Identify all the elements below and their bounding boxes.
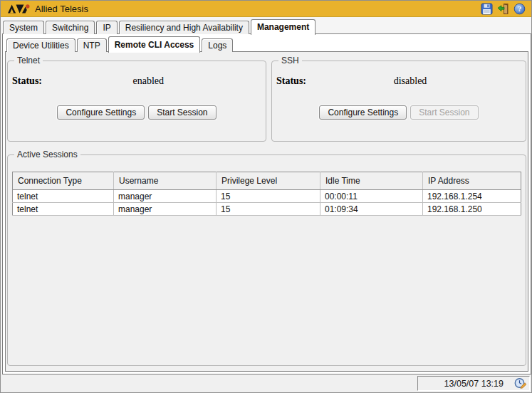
- tab-system[interactable]: System: [3, 21, 44, 34]
- cell-ip-address: 192.168.1.250: [423, 203, 521, 216]
- app-title: Allied Telesis: [35, 4, 88, 14]
- table-row[interactable]: telnet manager 15 00:00:11 192.168.1.254: [13, 190, 521, 203]
- title-bar: Allied Telesis: [1, 1, 531, 17]
- column-header-username[interactable]: Username: [114, 172, 217, 190]
- ssh-status-value: disabled: [394, 75, 427, 87]
- tab-resiliency[interactable]: Resiliency and High Availability: [119, 21, 249, 34]
- ssh-group: SSH Status: disabled Configure Settings …: [271, 56, 526, 142]
- telnet-configure-settings-button[interactable]: Configure Settings: [57, 105, 145, 120]
- column-header-connection-type[interactable]: Connection Type: [13, 172, 114, 190]
- datetime-text: 13/05/07 13:19: [444, 379, 504, 389]
- save-icon[interactable]: [481, 3, 493, 15]
- telnet-status-row: Status: enabled: [8, 74, 266, 95]
- table-row[interactable]: telnet manager 15 01:09:34 192.168.1.250: [13, 203, 521, 216]
- ssh-status-label: Status:: [276, 75, 306, 87]
- ssh-group-label: SSH: [278, 56, 302, 66]
- datetime-box: 13/05/07 13:19: [417, 376, 530, 391]
- clock-edit-icon[interactable]: [514, 377, 526, 389]
- column-header-idle-time[interactable]: Idle Time: [320, 172, 423, 190]
- status-bar: 13/05/07 13:19: [1, 374, 531, 392]
- active-sessions-group: Active Sessions Connection Type Username…: [7, 150, 526, 366]
- ssh-configure-settings-button[interactable]: Configure Settings: [319, 105, 407, 120]
- cell-idle-time: 00:00:11: [320, 190, 423, 203]
- telnet-status-value: enabled: [133, 75, 165, 87]
- telnet-group-label: Telnet: [14, 56, 43, 66]
- help-icon[interactable]: ?: [513, 3, 526, 15]
- cell-username: manager: [114, 190, 217, 203]
- titlebar-actions: ?: [481, 3, 526, 15]
- active-sessions-group-label: Active Sessions: [14, 150, 80, 159]
- telnet-buttons: Configure Settings Start Session: [8, 105, 266, 120]
- tab-ntp[interactable]: NTP: [77, 38, 107, 52]
- cell-privilege-level: 15: [217, 190, 320, 203]
- logout-door-icon[interactable]: [497, 3, 509, 15]
- column-header-ip-address[interactable]: IP Address: [423, 172, 521, 190]
- secondary-tab-bar: Device Utilities NTP Remote CLI Access L…: [6, 37, 233, 52]
- tab-device-utilities[interactable]: Device Utilities: [6, 38, 75, 52]
- cell-privilege-level: 15: [217, 203, 320, 216]
- cell-username: manager: [114, 203, 217, 216]
- remote-cli-access-panel: Telnet Status: enabled Configure Setting…: [5, 51, 528, 372]
- application-window: Allied Telesis: [0, 0, 532, 393]
- tab-logs[interactable]: Logs: [202, 38, 233, 52]
- tab-management[interactable]: Management: [251, 19, 315, 35]
- ssh-start-session-button[interactable]: Start Session: [410, 105, 478, 120]
- tab-remote-cli-access[interactable]: Remote CLI Access: [108, 36, 201, 53]
- active-sessions-table: Connection Type Username Privilege Level…: [12, 172, 521, 216]
- cell-ip-address: 192.168.1.254: [423, 190, 521, 203]
- cell-idle-time: 01:09:34: [320, 203, 423, 216]
- allied-telesis-logo-icon: [8, 4, 30, 14]
- tab-switching[interactable]: Switching: [46, 21, 95, 34]
- primary-tab-bar: System Switching IP Resiliency and High …: [3, 20, 315, 34]
- telnet-status-label: Status:: [12, 75, 42, 87]
- ssh-buttons: Configure Settings Start Session: [272, 105, 526, 120]
- ssh-status-row: Status: disabled: [272, 74, 526, 95]
- column-header-privilege-level[interactable]: Privilege Level: [217, 172, 320, 190]
- telnet-start-session-button[interactable]: Start Session: [148, 105, 216, 120]
- telnet-group: Telnet Status: enabled Configure Setting…: [7, 56, 266, 142]
- table-header-row: Connection Type Username Privilege Level…: [13, 172, 521, 190]
- management-panel: Device Utilities NTP Remote CLI Access L…: [2, 33, 531, 374]
- cell-connection-type: telnet: [13, 203, 114, 216]
- tab-ip[interactable]: IP: [96, 21, 117, 34]
- cell-connection-type: telnet: [13, 190, 114, 203]
- svg-text:?: ?: [518, 5, 521, 13]
